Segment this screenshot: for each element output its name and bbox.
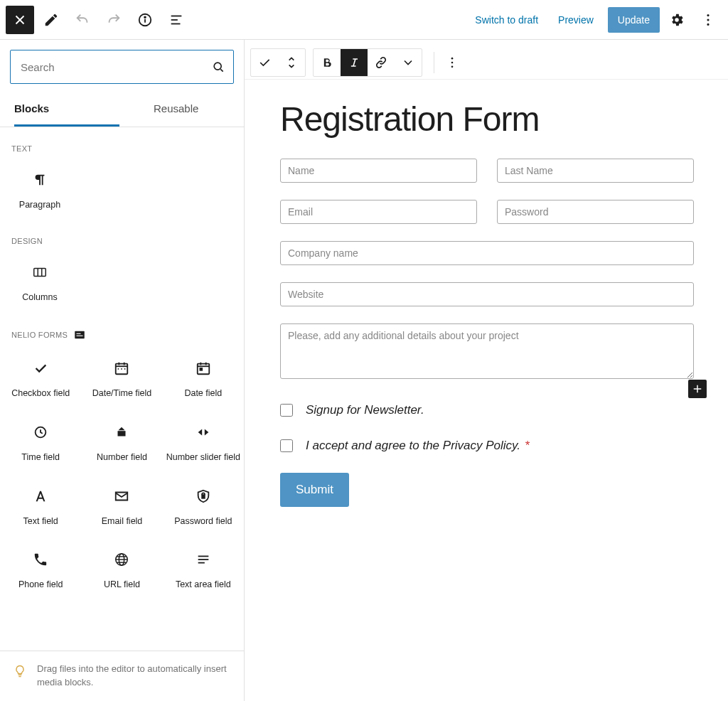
section-design: DESIGN	[0, 223, 244, 251]
hint-text: Drag files into the editor to automatica…	[37, 663, 231, 690]
form-section-icon	[73, 328, 86, 341]
newsletter-label: Signup for Newsletter.	[306, 403, 424, 417]
block-number-field[interactable]: Number field	[81, 411, 162, 475]
textarea-icon	[196, 550, 211, 569]
move-updown-icon[interactable]	[278, 49, 305, 76]
section-nelio-forms: NELIO FORMS	[0, 314, 244, 347]
outline-icon[interactable]	[162, 6, 191, 34]
tab-blocks[interactable]: Blocks	[14, 94, 119, 127]
tab-reusable[interactable]: Reusable	[154, 94, 198, 127]
preview-link[interactable]: Preview	[550, 9, 602, 31]
bold-button[interactable]	[314, 49, 341, 76]
block-password-field[interactable]: Password field	[163, 475, 244, 539]
block-label: Email field	[102, 516, 143, 528]
block-email-field[interactable]: Email field	[81, 475, 162, 539]
text-a-icon	[33, 486, 48, 506]
more-menu-icon[interactable]	[694, 6, 722, 34]
newsletter-checkbox[interactable]	[280, 404, 293, 417]
number-icon	[114, 422, 129, 442]
block-date-field[interactable]: Date field	[163, 347, 244, 411]
add-block-button[interactable]	[688, 380, 707, 398]
svg-rect-16	[77, 336, 83, 336]
privacy-checkbox[interactable]	[280, 439, 293, 452]
block-label: Time field	[21, 452, 60, 464]
details-textarea[interactable]	[280, 323, 694, 379]
block-columns[interactable]: Columns	[0, 251, 80, 315]
section-label-text: NELIO FORMS	[11, 331, 68, 339]
editor-canvas-area: Registration Form Signup for Newsletter.	[245, 40, 728, 701]
name-field[interactable]	[280, 159, 477, 183]
privacy-label: I accept and agree to the Privacy Policy…	[306, 439, 530, 453]
search-icon	[211, 60, 225, 74]
svg-marker-32	[198, 429, 202, 435]
svg-point-8	[707, 23, 709, 25]
svg-rect-28	[200, 368, 202, 370]
svg-rect-15	[77, 333, 81, 334]
info-icon[interactable]	[131, 6, 159, 34]
block-more-icon[interactable]	[439, 49, 466, 76]
settings-gear-icon[interactable]	[663, 6, 691, 34]
slider-icon	[196, 422, 211, 442]
block-label: Text area field	[176, 579, 231, 591]
close-button[interactable]	[6, 6, 34, 34]
envelope-icon	[114, 486, 129, 506]
block-label: Columns	[22, 292, 57, 304]
section-text: TEXT	[0, 130, 244, 159]
globe-icon	[114, 550, 129, 569]
redo-button[interactable]	[100, 6, 128, 34]
block-label: Password field	[174, 516, 232, 528]
calendar-clock-icon	[114, 358, 129, 378]
link-button[interactable]	[368, 49, 395, 76]
clock-icon	[33, 422, 48, 442]
block-phone-field[interactable]: Phone field	[0, 538, 81, 602]
shield-lock-icon	[196, 486, 211, 506]
confirm-icon[interactable]	[251, 49, 278, 76]
block-checkbox-field[interactable]: Checkbox field	[0, 347, 81, 411]
switch-to-draft-link[interactable]: Switch to draft	[466, 9, 547, 31]
svg-point-44	[451, 61, 454, 63]
block-url-field[interactable]: URL field	[81, 538, 162, 602]
paragraph-icon	[32, 170, 48, 190]
svg-rect-30	[118, 431, 126, 436]
svg-marker-33	[205, 429, 209, 435]
email-field[interactable]	[280, 200, 477, 224]
svg-point-2	[144, 16, 146, 18]
block-number-slider-field[interactable]: Number slider field	[163, 411, 244, 475]
password-field[interactable]	[497, 200, 694, 224]
block-time-field[interactable]: Time field	[0, 411, 81, 475]
svg-point-9	[214, 63, 221, 70]
svg-rect-24	[198, 364, 210, 375]
block-inserter-sidebar: Blocks Reusable TEXT Paragraph DESIGN Co…	[0, 40, 245, 701]
block-label: Number slider field	[166, 452, 240, 464]
svg-rect-34	[202, 495, 205, 498]
search-input[interactable]	[10, 50, 234, 84]
submit-button[interactable]: Submit	[280, 473, 349, 507]
phone-icon	[33, 550, 48, 569]
lightbulb-icon	[13, 664, 27, 678]
italic-button[interactable]	[341, 49, 368, 76]
website-field[interactable]	[280, 282, 694, 306]
block-label: Date field	[184, 388, 222, 400]
columns-icon	[32, 262, 48, 282]
svg-point-23	[124, 368, 126, 370]
undo-button[interactable]	[68, 6, 97, 34]
block-paragraph[interactable]: Paragraph	[0, 159, 80, 223]
page-title[interactable]: Registration Form	[280, 100, 694, 139]
svg-marker-31	[119, 427, 125, 431]
sidebar-hint: Drag files into the editor to automatica…	[0, 651, 244, 701]
svg-rect-11	[34, 268, 46, 276]
svg-point-45	[451, 65, 454, 68]
edit-icon[interactable]	[37, 6, 65, 34]
svg-point-21	[118, 368, 119, 370]
block-datetime-field[interactable]: Date/Time field	[81, 347, 162, 411]
block-text-field[interactable]: Text field	[0, 475, 81, 539]
svg-line-10	[220, 69, 223, 71]
lastname-field[interactable]	[497, 159, 694, 183]
company-field[interactable]	[280, 241, 694, 265]
chevron-down-icon[interactable]	[395, 49, 422, 76]
svg-point-6	[707, 14, 709, 16]
block-label: Date/Time field	[92, 388, 152, 400]
update-button[interactable]: Update	[608, 7, 660, 33]
block-textarea-field[interactable]: Text area field	[163, 538, 244, 602]
svg-point-7	[707, 18, 709, 21]
